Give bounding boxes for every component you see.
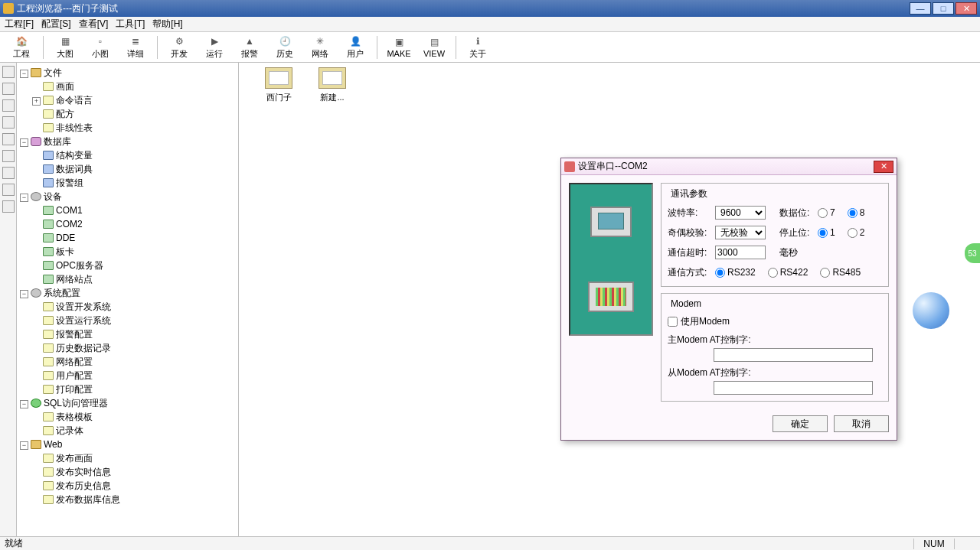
menu-help[interactable]: 帮助[H] — [152, 18, 182, 31]
tool-detail[interactable]: ≣详细 — [119, 34, 152, 61]
tree-leaf[interactable]: 报警组 — [56, 177, 83, 188]
tool-make[interactable]: ▣MAKE — [382, 34, 416, 61]
databits-7[interactable]: 7 — [818, 207, 835, 218]
stopbits-1[interactable]: 1 — [818, 227, 835, 238]
tree-leaf[interactable]: 表格模板 — [56, 412, 93, 422]
expander[interactable]: − — [20, 290, 28, 298]
baud-select[interactable]: 9600 — [715, 206, 766, 220]
sql-icon — [31, 399, 41, 408]
tool-dev[interactable]: ⚙开发 — [162, 34, 196, 61]
tree-leaf[interactable]: 发布数据库信息 — [56, 494, 120, 505]
tree-leaf[interactable]: 非线性表 — [56, 122, 93, 133]
use-modem-checkbox[interactable]: 使用Modem — [668, 315, 730, 328]
tree-leaf[interactable]: 打印配置 — [56, 384, 93, 395]
vtool-9[interactable] — [2, 200, 15, 213]
vtool-3[interactable] — [2, 99, 15, 112]
record-icon — [43, 426, 54, 435]
menu-config[interactable]: 配置[S] — [41, 18, 71, 31]
thunder-icon[interactable] — [913, 292, 949, 329]
tree-leaf[interactable]: 发布历史信息 — [56, 480, 111, 491]
content-item-new[interactable]: 新建... — [308, 67, 357, 103]
tool-project[interactable]: 🏠工程 — [5, 34, 38, 61]
maximize-button[interactable]: □ — [933, 2, 954, 15]
tree-leaf[interactable]: 设置开发系统 — [56, 301, 111, 312]
expander[interactable]: − — [20, 70, 28, 78]
tool-about[interactable]: ℹ关于 — [461, 34, 495, 61]
tree-node-syscfg[interactable]: 系统配置 — [44, 288, 80, 298]
mode-rs485[interactable]: RS485 — [820, 267, 861, 278]
tree-node-device[interactable]: 设备 — [44, 191, 62, 202]
modem-group: Modem 使用Modem 主Modem AT控制字: 从Modem AT控制字… — [661, 293, 889, 402]
tree-leaf[interactable]: 板卡 — [56, 246, 74, 257]
content-pane[interactable]: 西门子 新建... 设置串口--COM2 ✕ 通讯参数 — [239, 63, 980, 536]
vtool-4[interactable] — [2, 116, 15, 129]
cancel-button[interactable]: 取消 — [834, 415, 889, 432]
menu-file[interactable]: 工程[F] — [5, 18, 34, 31]
expander[interactable]: − — [20, 400, 28, 408]
tree-leaf[interactable]: 结构变量 — [56, 150, 93, 161]
vtool-7[interactable] — [2, 167, 15, 179]
tree-leaf[interactable]: OPC服务器 — [56, 260, 103, 271]
minimize-button[interactable]: — — [910, 2, 931, 15]
menu-tools[interactable]: 工具[T] — [116, 18, 145, 31]
timeout-input[interactable] — [715, 246, 766, 259]
about-icon: ℹ — [470, 35, 485, 47]
expander[interactable]: − — [20, 138, 28, 147]
slave-modem-input[interactable] — [714, 381, 873, 395]
tree-node-web[interactable]: Web — [44, 439, 62, 450]
tree-leaf[interactable]: COM2 — [56, 219, 83, 229]
timeout-unit: 毫秒 — [779, 246, 798, 259]
close-button[interactable]: ✕ — [956, 2, 977, 15]
project-tree[interactable]: −文件 画面 +命令语言 配方 非线性表 −数据库 结构变量 数据词典 报警组 … — [17, 63, 239, 536]
tool-history[interactable]: 🕘历史 — [268, 34, 302, 61]
tool-bigicon[interactable]: ▦大图 — [48, 34, 82, 61]
tool-user[interactable]: 👤用户 — [338, 34, 372, 61]
expander[interactable]: − — [20, 441, 28, 450]
tree-leaf[interactable]: 记录体 — [56, 425, 83, 436]
parity-select[interactable]: 无校验 — [715, 226, 766, 239]
vtool-5[interactable] — [2, 133, 15, 145]
tool-alarm[interactable]: ▲报警 — [233, 34, 266, 61]
tree-leaf[interactable]: 报警配置 — [56, 329, 93, 340]
mode-rs422[interactable]: RS422 — [768, 267, 808, 278]
tree-leaf[interactable]: 用户配置 — [56, 370, 93, 381]
mode-rs232[interactable]: RS232 — [715, 267, 756, 278]
master-modem-input[interactable] — [714, 348, 873, 362]
databits-8[interactable]: 8 — [848, 207, 865, 218]
tree-node-db[interactable]: 数据库 — [44, 136, 71, 147]
tree-leaf[interactable]: DDE — [56, 233, 75, 243]
comm-params-group: 通讯参数 波特率: 9600 数据位: 7 8 奇偶校验: 无校验 停止位: — [661, 183, 889, 287]
tree-leaf[interactable]: 配方 — [56, 109, 74, 119]
cfg-icon — [43, 330, 54, 339]
tree-leaf[interactable]: 数据词典 — [56, 164, 93, 174]
tree-leaf[interactable]: 网络站点 — [56, 274, 93, 285]
tree-leaf[interactable]: 设置运行系统 — [56, 315, 111, 326]
dialog-close-button[interactable]: ✕ — [874, 161, 893, 173]
stopbits-2[interactable]: 2 — [848, 227, 865, 238]
tool-smallicon[interactable]: ▫小图 — [83, 34, 117, 61]
tree-leaf[interactable]: 网络配置 — [56, 356, 93, 367]
tree-leaf[interactable]: 发布实时信息 — [56, 467, 111, 477]
vtool-1[interactable] — [2, 66, 15, 78]
expander[interactable]: − — [20, 194, 28, 202]
tool-network[interactable]: ✳网络 — [303, 34, 337, 61]
tool-view[interactable]: ▤VIEW — [417, 34, 451, 61]
menu-view[interactable]: 查看[V] — [79, 18, 109, 31]
tree-node-file[interactable]: 文件 — [44, 67, 62, 78]
desktop-badge[interactable]: 53 — [965, 243, 980, 263]
tool-run[interactable]: ▶运行 — [198, 34, 231, 61]
vtool-2[interactable] — [2, 83, 15, 95]
expander[interactable]: + — [32, 97, 41, 106]
content-item-siemens[interactable]: 西门子 — [254, 67, 303, 103]
tree-leaf[interactable]: 画面 — [56, 81, 74, 92]
tree-leaf[interactable]: 命令语言 — [56, 95, 93, 106]
tree-leaf[interactable]: 发布画面 — [56, 453, 93, 464]
tree-node-sql[interactable]: SQL访问管理器 — [44, 398, 108, 408]
vtool-8[interactable] — [2, 184, 15, 196]
vertical-toolbar — [0, 63, 17, 536]
develop-icon: ⚙ — [172, 35, 187, 47]
tree-leaf[interactable]: COM1 — [56, 205, 83, 216]
ok-button[interactable]: 确定 — [773, 415, 828, 432]
vtool-6[interactable] — [2, 150, 15, 162]
tree-leaf[interactable]: 历史数据记录 — [56, 343, 111, 353]
